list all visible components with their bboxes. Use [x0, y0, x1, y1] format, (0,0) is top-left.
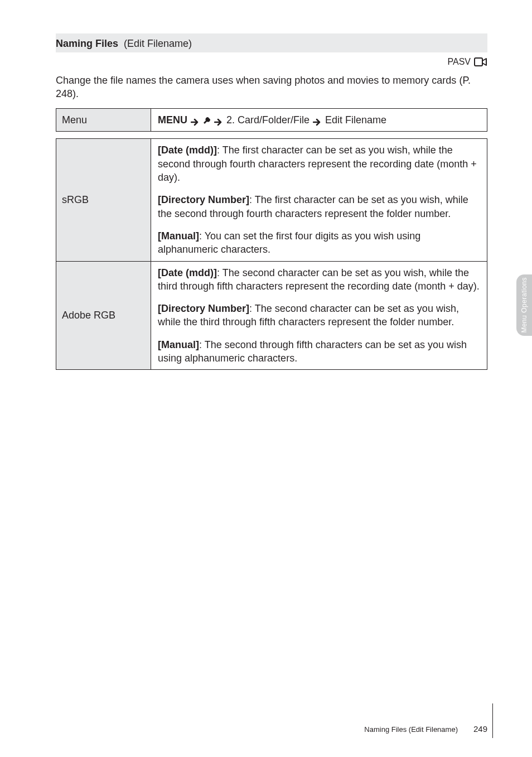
menu-label-cell: Menu [56, 109, 151, 132]
option-row-label: sRGB [56, 139, 151, 261]
arrow-right-icon [191, 116, 200, 124]
page-header-title: Naming Files (Edit Filename) [56, 37, 192, 50]
svg-rect-0 [475, 58, 482, 66]
opt-title-bold: [Manual] [158, 230, 199, 242]
table-row: sRGB [Date (mdd)]: The first character c… [56, 139, 487, 261]
adobe-label: Adobe RGB [62, 310, 115, 321]
side-tab-label: Menu Operations [520, 277, 529, 333]
option-row-content: [Date (mdd)]: The first character can be… [151, 139, 487, 261]
intro-pre: Change the file names the camera uses wh… [56, 75, 462, 86]
page-header-key: Naming Files [56, 38, 118, 49]
intro-text: Change the file names the camera uses wh… [56, 74, 487, 101]
footer-rule [492, 703, 493, 738]
option-title: [Date (mdd)] [158, 144, 217, 156]
intro-post: ). [72, 88, 79, 99]
wrench-icon [203, 115, 211, 124]
option-title: [Directory Number] [158, 303, 249, 314]
footer-title: Naming Files (Edit Filename) [364, 725, 458, 735]
side-tab: Menu Operations [516, 274, 532, 336]
option-row-content: [Date (mdd)]: The second character can b… [151, 261, 487, 370]
page-footer: Naming Files (Edit Filename) 249 [364, 724, 487, 735]
page-header-bar: Naming Files (Edit Filename) [56, 33, 487, 52]
option-title: [Manual]: You can set the first four dig… [158, 230, 420, 255]
menu-path-table: Menu MENU 2. Card/Folder/File [56, 108, 487, 132]
option-row-label: Adobe RGB [56, 261, 151, 370]
menu-seg-item: Edit Filename [325, 113, 386, 127]
arrow-right-icon [313, 116, 322, 124]
table-row: Adobe RGB [Date (mdd)]: The second chara… [56, 261, 487, 370]
option-title: [Directory Number] [158, 194, 249, 205]
movie-icon [474, 56, 487, 67]
mode-label: PASV [448, 56, 471, 68]
option-desc: : The second through fifth characters ca… [158, 339, 467, 364]
options-table: sRGB [Date (mdd)]: The first character c… [56, 138, 487, 370]
menu-seg-menu: MENU [158, 113, 187, 127]
page-header-value: (Edit Filename) [124, 38, 192, 49]
menu-seg-section: 2. Card/Folder/File [226, 113, 309, 127]
option-title: [Manual] [158, 339, 199, 350]
menu-path-cell: MENU 2. Card/Folder/File Edit Filename [151, 109, 487, 132]
arrow-right-icon [214, 116, 223, 124]
srgb-label: sRGB [62, 194, 89, 205]
footer-page-number: 249 [473, 724, 487, 735]
mode-indicator-row: PASV [56, 56, 487, 68]
option-title: [Date (mdd)] [158, 267, 217, 278]
menu-label: Menu [62, 114, 87, 126]
